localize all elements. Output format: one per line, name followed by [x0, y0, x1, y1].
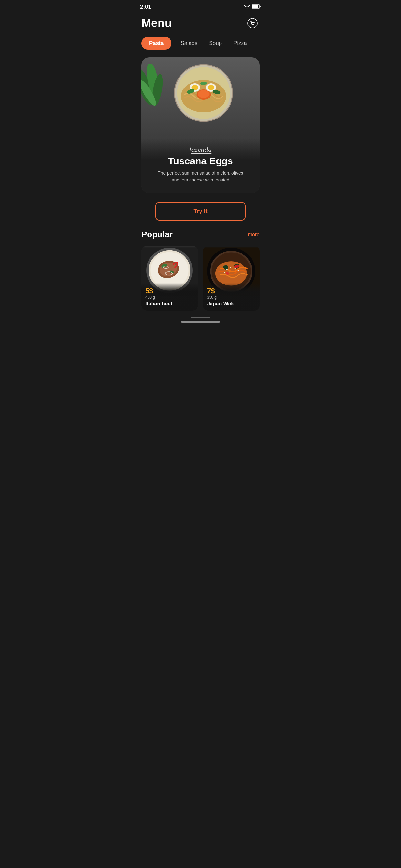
home-indicator-area [134, 311, 267, 326]
svg-point-18 [208, 85, 214, 90]
brand-name: fazenda [149, 145, 252, 154]
svg-point-39 [226, 269, 227, 270]
svg-point-41 [235, 268, 236, 270]
svg-point-5 [253, 25, 254, 25]
svg-point-42 [228, 272, 229, 273]
italian-beef-info: 5$ 450 g Italian beef [142, 283, 198, 311]
status-bar: 2:01 [134, 0, 267, 13]
battery-icon [252, 4, 261, 10]
japan-wok-info: 7$ 350 g Japan Wok [203, 283, 259, 311]
svg-point-40 [230, 267, 231, 268]
dish-description: The perfect summer salad of melon, olive… [155, 170, 246, 183]
popular-card-japan-wok[interactable]: 7$ 350 g Japan Wok [203, 246, 259, 311]
tab-salads[interactable]: Salads [178, 37, 200, 50]
tab-soup[interactable]: Soup [206, 37, 224, 50]
svg-point-0 [247, 8, 248, 9]
italian-beef-price: 5$ [145, 287, 194, 295]
svg-rect-2 [252, 5, 258, 8]
popular-header: Popular more [142, 229, 259, 240]
status-time: 2:01 [140, 4, 151, 10]
try-it-button[interactable]: Try It [155, 202, 246, 221]
featured-text-area: fazenda Tuscana Eggs The perfect summer … [142, 139, 259, 193]
header: Menu [134, 13, 267, 37]
svg-point-3 [248, 19, 257, 28]
popular-card-italian-beef[interactable]: 5$ 450 g Italian beef [142, 246, 198, 311]
italian-beef-weight: 450 g [145, 295, 194, 300]
svg-point-43 [238, 270, 239, 271]
italian-beef-name: Italian beef [145, 301, 194, 307]
dish-name: Tuscana Eggs [149, 156, 252, 166]
japan-wok-weight: 350 g [207, 295, 256, 300]
popular-grid: 5$ 450 g Italian beef [142, 246, 259, 311]
cart-icon [247, 18, 258, 28]
leaves-decoration [142, 64, 167, 109]
tab-pasta[interactable]: Pasta [142, 37, 172, 50]
status-icons [244, 4, 261, 10]
japan-wok-name: Japan Wok [207, 301, 256, 307]
popular-section: Popular more [134, 229, 267, 311]
home-indicator [181, 321, 220, 322]
svg-point-14 [198, 90, 210, 98]
page-title: Menu [142, 17, 172, 30]
svg-point-44 [224, 272, 225, 273]
japan-wok-price: 7$ [207, 287, 256, 295]
featured-food-image [173, 62, 235, 124]
category-tabs: Pasta Salads Soup Pizza [134, 37, 267, 58]
tab-pizza[interactable]: Pizza [231, 37, 250, 50]
cart-button[interactable] [245, 16, 259, 30]
popular-title: Popular [142, 229, 173, 240]
scroll-indicator [191, 317, 210, 318]
more-link[interactable]: more [248, 232, 259, 238]
wifi-icon [244, 4, 250, 10]
svg-point-4 [252, 25, 252, 25]
try-it-section: Try It [134, 193, 267, 229]
featured-card: fazenda Tuscana Eggs The perfect summer … [142, 58, 259, 193]
